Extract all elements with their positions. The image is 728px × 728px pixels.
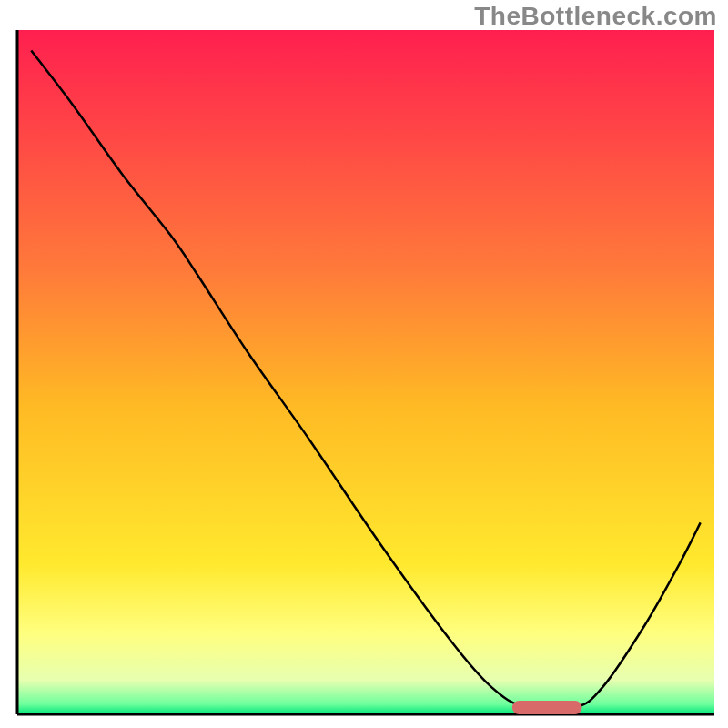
gradient-background [17, 30, 714, 714]
bottleneck-chart [0, 0, 728, 728]
chart-stage: TheBottleneck.com [0, 0, 728, 728]
optimal-range-marker [512, 701, 582, 714]
